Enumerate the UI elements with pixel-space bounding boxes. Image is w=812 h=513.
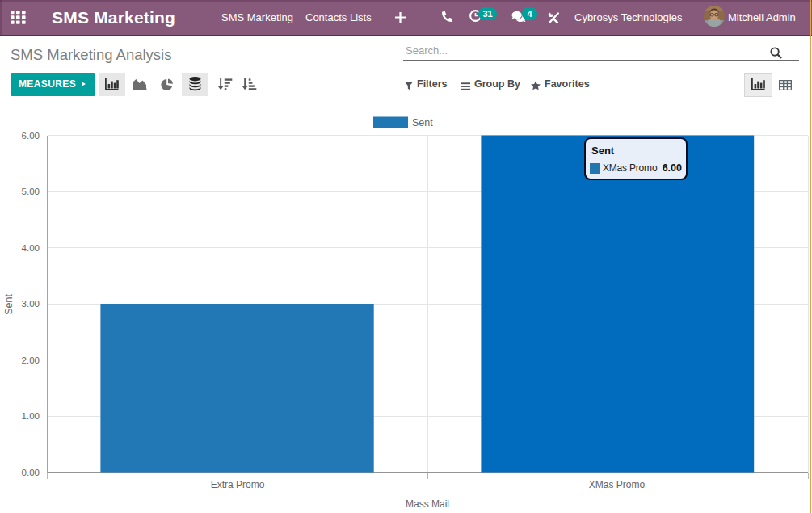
svg-text:XMas Promo: XMas Promo — [589, 479, 646, 490]
svg-text:2.00: 2.00 — [22, 355, 40, 365]
svg-text:Extra Promo: Extra Promo — [211, 479, 265, 490]
svg-text:Sent: Sent — [412, 117, 433, 128]
svg-text:5.00: 5.00 — [22, 187, 40, 196]
svg-text:0.00: 0.00 — [22, 468, 40, 477]
svg-text:4.00: 4.00 — [22, 243, 40, 253]
svg-text:Mass Mail: Mass Mail — [406, 498, 449, 510]
svg-text:3.00: 3.00 — [22, 299, 40, 309]
svg-text:1.00: 1.00 — [22, 411, 40, 421]
svg-text:6.00: 6.00 — [22, 131, 40, 141]
svg-text:Sent: Sent — [3, 294, 15, 315]
